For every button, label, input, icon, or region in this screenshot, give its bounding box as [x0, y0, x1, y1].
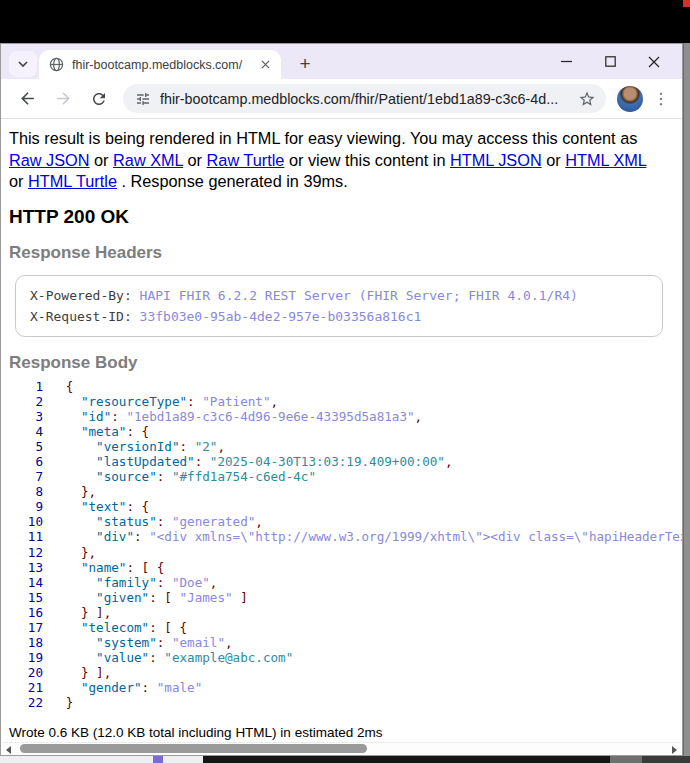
code-line: 17 "telecom": [ { — [9, 620, 664, 635]
maximize-button[interactable] — [588, 44, 632, 79]
code-line: 15 "given": [ "James" ] — [9, 590, 664, 605]
line-number-anchor[interactable]: 4 — [9, 424, 43, 439]
new-tab-button[interactable]: + — [293, 52, 317, 76]
header-name: X-Powered-By: — [30, 288, 140, 303]
code-text: }, — [43, 545, 96, 560]
code-text: "telecom": [ { — [43, 620, 187, 635]
header-value: HAPI FHIR 6.2.2 REST Server (FHIR Server… — [140, 288, 578, 303]
line-number-anchor[interactable]: 5 — [9, 439, 43, 454]
code-line: 1 { — [9, 379, 664, 394]
line-number-anchor[interactable]: 1 — [9, 379, 43, 394]
code-text: "lastUpdated": "2025-04-30T13:03:19.409+… — [43, 454, 452, 469]
code-line: 21 "gender": "male" — [9, 680, 664, 695]
close-button[interactable] — [632, 44, 676, 79]
browser-window: fhir-bootcamp.medblocks.com/ + — [0, 43, 683, 756]
horizontal-scrollbar[interactable] — [2, 742, 681, 754]
link-html-json[interactable]: HTML JSON — [450, 151, 542, 169]
code-text: "system": "email", — [43, 635, 233, 650]
link-html-turtle[interactable]: HTML Turtle — [28, 172, 117, 190]
screen-edge-scrollbar[interactable] — [683, 43, 690, 756]
code-text: "family": "Doe", — [43, 575, 217, 590]
line-number-anchor[interactable]: 10 — [9, 514, 43, 529]
scroll-left-arrow-icon[interactable] — [6, 746, 11, 754]
code-text: "meta": { — [43, 424, 149, 439]
link-raw-json[interactable]: Raw JSON — [9, 151, 90, 169]
url-text[interactable]: fhir-bootcamp.medblocks.com/fhir/Patient… — [160, 91, 578, 107]
code-line: 13 "name": [ { — [9, 560, 664, 575]
response-headers-box: X-Powered-By: HAPI FHIR 6.2.2 REST Serve… — [15, 275, 663, 337]
browser-menu-kebab-icon[interactable]: ⋮ — [648, 84, 674, 114]
response-headers-heading: Response Headers — [9, 244, 664, 262]
forward-arrow-icon — [54, 89, 73, 108]
code-text: "text": { — [43, 499, 149, 514]
code-line: 14 "family": "Doe", — [9, 575, 664, 590]
browser-tab-active[interactable]: fhir-bootcamp.medblocks.com/ — [39, 50, 281, 79]
code-line: 19 "value": "example@abc.com" — [9, 650, 664, 665]
taskbar-app-icon — [153, 756, 163, 763]
reload-button[interactable] — [83, 83, 115, 115]
code-text: "resourceType": "Patient", — [43, 394, 278, 409]
globe-icon — [49, 57, 64, 72]
line-number-anchor[interactable]: 17 — [9, 620, 43, 635]
line-number-anchor[interactable]: 21 — [9, 680, 43, 695]
scrollbar-thumb[interactable] — [20, 744, 367, 753]
tab-title: fhir-bootcamp.medblocks.com/ — [72, 58, 257, 72]
code-line: 2 "resourceType": "Patient", — [9, 394, 664, 409]
profile-avatar[interactable] — [617, 86, 643, 112]
address-bar[interactable]: fhir-bootcamp.medblocks.com/fhir/Patient… — [123, 84, 606, 113]
line-number-anchor[interactable]: 12 — [9, 545, 43, 560]
code-text: "value": "example@abc.com" — [43, 650, 293, 665]
line-number-anchor[interactable]: 3 — [9, 409, 43, 424]
scroll-right-arrow-icon[interactable] — [672, 746, 677, 754]
back-button[interactable] — [11, 83, 43, 115]
link-html-xml[interactable]: HTML XML — [565, 151, 646, 169]
bookmark-star-icon[interactable] — [578, 90, 596, 108]
code-line: 22 } — [9, 695, 664, 710]
line-number-anchor[interactable]: 19 — [9, 650, 43, 665]
taskbar-light-segment — [0, 756, 203, 763]
code-text: "div": "<div xmlns=\"http://www.w3.org/1… — [43, 529, 682, 544]
code-line: 10 "status": "generated", — [9, 514, 664, 529]
code-text: { — [43, 379, 73, 394]
tab-close-icon[interactable] — [257, 57, 273, 73]
line-number-anchor[interactable]: 20 — [9, 665, 43, 680]
line-number-anchor[interactable]: 11 — [9, 529, 43, 544]
browser-toolbar: fhir-bootcamp.medblocks.com/fhir/Patient… — [1, 79, 682, 119]
code-line: 4 "meta": { — [9, 424, 664, 439]
response-body-heading: Response Body — [9, 354, 664, 372]
code-line: 5 "versionId": "2", — [9, 439, 664, 454]
code-text: } ], — [43, 605, 111, 620]
code-text: "versionId": "2", — [43, 439, 225, 454]
line-number-anchor[interactable]: 16 — [9, 605, 43, 620]
taskbar-segment — [642, 756, 690, 763]
response-size-note: Wrote 0.6 KB (12.0 KB total including HT… — [9, 725, 664, 740]
line-number-anchor[interactable]: 9 — [9, 499, 43, 514]
code-line: 11 "div": "<div xmlns=\"http://www.w3.or… — [9, 529, 664, 544]
response-header-row: X-Request-ID: 33fb03e0-95ab-4de2-957e-b0… — [30, 306, 648, 327]
tab-search-button[interactable] — [9, 51, 37, 77]
line-number-anchor[interactable]: 18 — [9, 635, 43, 650]
window-controls — [544, 44, 676, 79]
line-number-anchor[interactable]: 22 — [9, 695, 43, 710]
line-number-anchor[interactable]: 2 — [9, 394, 43, 409]
code-line: 7 "source": "#ffd1a754-c6ed-4c" — [9, 469, 664, 484]
line-number-anchor[interactable]: 7 — [9, 469, 43, 484]
line-number-anchor[interactable]: 15 — [9, 590, 43, 605]
line-number-anchor[interactable]: 13 — [9, 560, 43, 575]
link-raw-turtle[interactable]: Raw Turtle — [207, 151, 285, 169]
forward-button[interactable] — [47, 83, 79, 115]
code-line: 12 }, — [9, 545, 664, 560]
code-line: 20 } ], — [9, 665, 664, 680]
code-line: 8 }, — [9, 484, 664, 499]
code-text: } — [43, 695, 73, 710]
response-header-row: X-Powered-By: HAPI FHIR 6.2.2 REST Serve… — [30, 285, 648, 306]
minimize-button[interactable] — [544, 44, 588, 79]
line-number-anchor[interactable]: 8 — [9, 484, 43, 499]
desktop-background: fhir-bootcamp.medblocks.com/ + — [0, 0, 690, 763]
link-raw-xml[interactable]: Raw XML — [113, 151, 183, 169]
site-settings-tune-icon[interactable] — [135, 91, 151, 107]
code-text: "status": "generated", — [43, 514, 263, 529]
back-arrow-icon — [18, 89, 37, 108]
line-number-anchor[interactable]: 14 — [9, 575, 43, 590]
line-number-anchor[interactable]: 6 — [9, 454, 43, 469]
